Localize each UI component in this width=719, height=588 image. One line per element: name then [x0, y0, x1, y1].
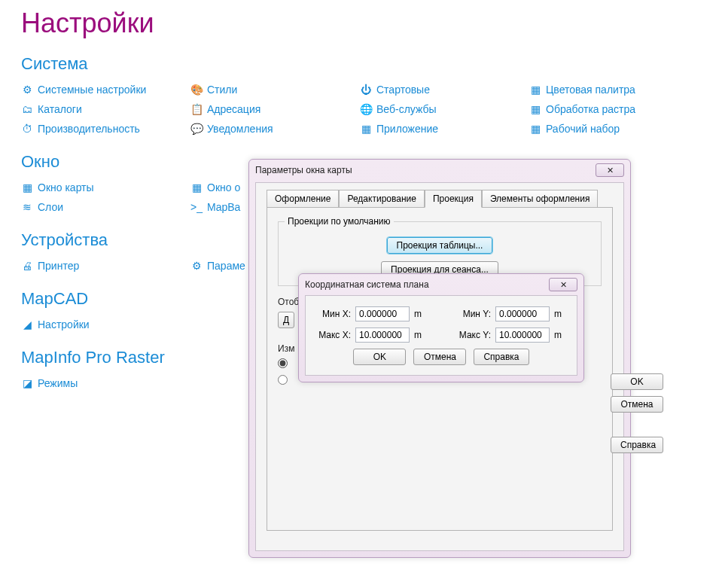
tab-editing[interactable]: Редактирование	[339, 190, 424, 208]
link-label: Стартовые	[376, 84, 430, 96]
section-title-system: Система	[21, 54, 719, 74]
gear-icon: ⚙	[21, 84, 33, 96]
square-icon: ◪	[21, 377, 33, 389]
gear-icon: ⚙	[190, 260, 203, 272]
link-application[interactable]: ▦Приложение	[360, 119, 529, 139]
link-startup[interactable]: ⏻Стартовые	[360, 80, 529, 99]
grid-icon: ▦	[360, 123, 372, 135]
close-button[interactable]: ✕	[549, 278, 577, 291]
link-system-settings[interactable]: ⚙Системные настройки	[21, 80, 190, 99]
triangle-icon: ◢	[21, 318, 33, 331]
map-icon: ▦	[21, 181, 33, 193]
link-label: Параме	[207, 260, 245, 272]
dialog-title: Параметры окна карты	[255, 165, 352, 175]
link-label: Системные настройки	[38, 84, 146, 96]
link-raster-processing[interactable]: ▦Обработка растра	[529, 99, 699, 119]
printer-icon: 🖨	[21, 260, 33, 272]
maxy-label: Макс Y:	[456, 330, 491, 340]
unit-label: m	[554, 309, 565, 319]
terminal-icon: >_	[190, 201, 203, 213]
link-label: Веб-службы	[376, 103, 437, 115]
link-label: Уведомления	[207, 123, 273, 135]
link-map-window[interactable]: ▦Окно карты	[21, 178, 190, 197]
link-notifications[interactable]: 💬Уведомления	[190, 119, 360, 139]
dialog-title: Координатная система плана	[305, 279, 429, 290]
inner-ok-button[interactable]: OK	[353, 349, 406, 365]
maxx-label: Макс X:	[316, 330, 351, 340]
link-label: Адресация	[207, 103, 260, 115]
inner-cancel-button[interactable]: Отмена	[413, 349, 466, 365]
d-button[interactable]: Д	[278, 312, 294, 328]
maxx-input[interactable]	[355, 328, 410, 343]
link-label: MapBa	[207, 201, 240, 213]
link-raster-modes[interactable]: ◪Режимы	[21, 373, 190, 393]
link-label: Настройки	[38, 318, 90, 331]
link-label: Режимы	[38, 377, 78, 389]
link-label: Цветовая палитра	[546, 84, 635, 96]
unit-label: m	[414, 330, 425, 340]
system-links: ⚙Системные настройки 🗂Каталоги ⏱Производ…	[21, 80, 719, 139]
brush-icon: 🎨	[190, 84, 203, 96]
link-mapcad-settings[interactable]: ◢Настройки	[21, 315, 190, 334]
globe-icon: 🌐	[360, 103, 372, 115]
close-button[interactable]: ✕	[596, 163, 624, 177]
unit-label: m	[554, 330, 565, 340]
minx-label: Мин X:	[316, 309, 351, 319]
link-label: Приложение	[376, 123, 438, 135]
tab-projection[interactable]: Проекция	[425, 190, 482, 208]
link-performance[interactable]: ⏱Производительность	[21, 119, 190, 139]
close-icon: ✕	[607, 166, 614, 175]
dialog-titlebar[interactable]: Параметры окна карты ✕	[249, 160, 630, 181]
link-layers[interactable]: ≋Слои	[21, 197, 190, 217]
close-icon: ✕	[560, 280, 567, 290]
link-label: Каталоги	[38, 103, 82, 115]
folder-icon: 🗂	[21, 103, 33, 115]
link-color-palette[interactable]: ▦Цветовая палитра	[529, 80, 699, 99]
link-catalogs[interactable]: 🗂Каталоги	[21, 99, 190, 119]
page-title: Настройки	[21, 8, 719, 39]
inner-help-button[interactable]: Справка	[474, 349, 529, 365]
clock-icon: ⏱	[21, 123, 33, 135]
dialog-titlebar[interactable]: Координатная система плана ✕	[299, 274, 583, 295]
link-label: Окно карты	[38, 181, 94, 193]
outer-help-button[interactable]: Справка	[611, 437, 663, 453]
chat-icon: 💬	[190, 123, 203, 135]
link-label: Производительность	[38, 123, 140, 135]
maxy-input[interactable]	[495, 328, 550, 343]
dialog-body: Мин X: m Мин Y: m Макс X: m Макс Y: m OK…	[305, 295, 577, 376]
link-workset[interactable]: ▦Рабочий набор	[529, 119, 699, 139]
table-projection-button[interactable]: Проекция таблицы...	[387, 237, 493, 254]
link-label: Стили	[207, 84, 237, 96]
link-label: Обработка растра	[546, 103, 635, 115]
link-webservices[interactable]: 🌐Веб-службы	[360, 99, 529, 119]
link-printer[interactable]: 🖨Принтер	[21, 256, 190, 276]
miny-label: Мин Y:	[456, 309, 491, 319]
outer-ok-button[interactable]: OK	[611, 373, 663, 390]
dialog-tabs: Оформление Редактирование Проекция Элеме…	[267, 189, 623, 207]
radio-option-1[interactable]	[278, 358, 288, 368]
tab-design-elements[interactable]: Элементы оформления	[482, 190, 599, 208]
tab-design[interactable]: Оформление	[267, 190, 339, 208]
outer-cancel-button[interactable]: Отмена	[611, 396, 663, 413]
power-icon: ⏻	[360, 84, 372, 96]
coordinate-system-dialog: Координатная система плана ✕ Мин X: m Ми…	[298, 273, 584, 382]
unit-label: m	[414, 309, 425, 319]
miny-input[interactable]	[495, 306, 550, 321]
link-label: Рабочий набор	[546, 123, 620, 135]
link-label: Окно о	[207, 181, 240, 193]
raster-icon: ▦	[529, 103, 541, 115]
fieldset-legend: Проекции по умолчанию	[285, 216, 394, 227]
minx-input[interactable]	[355, 306, 410, 321]
link-label: Принтер	[38, 260, 79, 272]
link-label: Слои	[38, 201, 63, 213]
workset-icon: ▦	[529, 123, 541, 135]
grid-icon: ▦	[190, 181, 203, 193]
palette-icon: ▦	[529, 84, 541, 96]
link-addressing[interactable]: 📋Адресация	[190, 99, 360, 119]
layers-icon: ≋	[21, 201, 33, 213]
clipboard-icon: 📋	[190, 103, 203, 115]
link-styles[interactable]: 🎨Стили	[190, 80, 360, 99]
radio-option-2[interactable]	[278, 375, 288, 385]
